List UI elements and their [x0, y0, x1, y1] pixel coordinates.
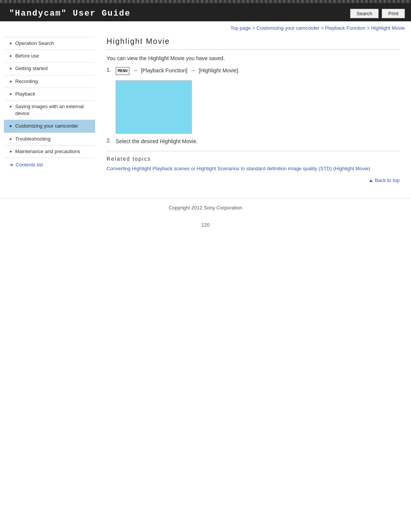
back-to-top-link[interactable]: ▲ Back to top: [368, 177, 400, 183]
arrow-icon: ►: [9, 79, 13, 84]
sidebar-item-label: Recording: [15, 78, 38, 85]
print-button[interactable]: Print: [382, 9, 405, 18]
contents-list-label: Contents list: [16, 162, 43, 168]
sidebar-item-customizing[interactable]: ► Customizing your camcorder: [4, 120, 95, 133]
copyright-text: Copyright 2012 Sony Corporation: [169, 205, 242, 211]
header-actions: Search Print: [350, 0, 411, 21]
footer: Copyright 2012 Sony Corporation: [0, 198, 411, 218]
sidebar-item-label: Maintenance and precautions: [15, 148, 80, 155]
sidebar-item-label: Playback: [15, 91, 35, 97]
step-1: 1. MENU → [Playback Function] → [Highlig…: [107, 67, 400, 75]
page-title: Highlight Movie: [107, 37, 400, 46]
header-stripe: [0, 0, 411, 3]
breadcrumb-sep1: >: [251, 25, 256, 31]
breadcrumb: Top page > Customizing your camcorder > …: [0, 21, 411, 33]
arrow-icon: ►: [9, 149, 13, 154]
sidebar-item-operation-search[interactable]: ► Operation Search: [4, 37, 95, 50]
arrow-icon: ►: [9, 91, 13, 97]
step-2: 2. Select the desired Highlight Movie.: [107, 137, 400, 145]
breadcrumb-playback-function[interactable]: Playback Function: [325, 25, 365, 31]
sidebar: ► Operation Search ► Before use ► Gettin…: [4, 33, 95, 191]
arrow-icon: ►: [9, 104, 13, 109]
screenshot-image: [116, 80, 192, 134]
arrow-icon: ►: [9, 123, 13, 129]
arrow-icon: ►: [9, 66, 13, 71]
breadcrumb-top-page[interactable]: Top page: [230, 25, 251, 31]
arrow-icon: ►: [9, 41, 13, 46]
sidebar-item-label: Troubleshooting: [15, 136, 51, 142]
page-title-section: Highlight Movie: [107, 37, 400, 50]
layout: ► Operation Search ► Before use ► Gettin…: [0, 33, 411, 191]
site-title: "Handycam" User Guide: [0, 0, 140, 21]
breadcrumb-sep3: >: [365, 25, 371, 31]
sidebar-item-troubleshooting[interactable]: ► Troubleshooting: [4, 133, 95, 145]
main-content: Highlight Movie You can view the Highlig…: [95, 33, 407, 191]
breadcrumb-customizing[interactable]: Customizing your camcorder: [256, 25, 319, 31]
arrow-icon: ►: [9, 53, 13, 59]
header: "Handycam" User Guide Search Print: [0, 0, 411, 21]
sidebar-item-before-use[interactable]: ► Before use: [4, 50, 95, 62]
contents-list-arrow-icon: ➜: [9, 162, 13, 168]
back-to-top[interactable]: ▲ Back to top: [107, 177, 400, 183]
sidebar-item-playback[interactable]: ► Playback: [4, 88, 95, 101]
step-2-num: 2.: [107, 137, 116, 144]
sidebar-item-label: Before use: [15, 53, 39, 59]
search-button[interactable]: Search: [350, 9, 379, 18]
sidebar-item-maintenance[interactable]: ► Maintenance and precautions: [4, 145, 95, 158]
step-1-text1: [Playback Function]: [141, 67, 187, 73]
sidebar-item-label: Saving images with an external device: [15, 103, 91, 117]
related-topics-section: Related topics Converting Highlight Play…: [107, 151, 400, 173]
related-topics-title: Related topics: [107, 156, 400, 162]
intro-paragraph: You can view the Highlight Movie you hav…: [107, 55, 400, 61]
menu-badge: MENU: [116, 67, 129, 75]
sidebar-item-saving-images[interactable]: ► Saving images with an external device: [4, 101, 95, 120]
arrow-icon: ►: [9, 136, 13, 142]
sidebar-item-label: Operation Search: [15, 40, 54, 47]
breadcrumb-current: Highlight Movie: [371, 25, 405, 31]
step-1-content: MENU → [Playback Function] → [Highlight …: [116, 67, 240, 75]
step-1-arrow2: →: [190, 67, 196, 73]
page-number: 120: [0, 218, 411, 230]
step-1-arrow1: →: [132, 67, 138, 73]
step-1-num: 1.: [107, 67, 116, 73]
sidebar-item-label: Customizing your camcorder: [15, 123, 78, 129]
related-link-0[interactable]: Converting Highlight Playback scenes or …: [107, 165, 400, 173]
sidebar-item-recording[interactable]: ► Recording: [4, 75, 95, 88]
breadcrumb-sep2: >: [319, 25, 325, 31]
sidebar-item-label: Getting started: [15, 65, 48, 72]
contents-list-link[interactable]: ➜ Contents list: [4, 158, 95, 171]
step-2-content: Select the desired Highlight Movie.: [116, 137, 198, 145]
step-1-text2: [Highlight Movie].: [199, 67, 239, 73]
sidebar-item-getting-started[interactable]: ► Getting started: [4, 62, 95, 75]
